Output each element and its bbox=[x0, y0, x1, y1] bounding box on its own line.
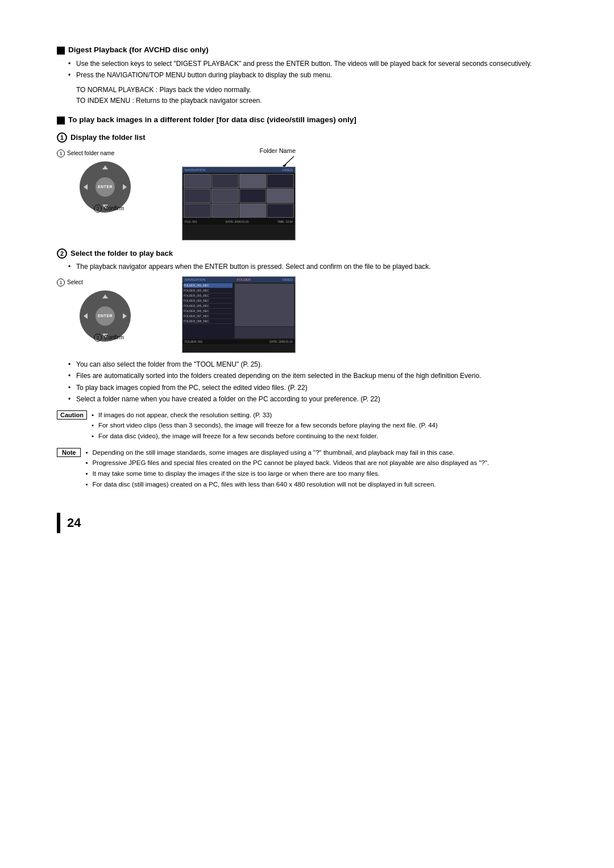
black-square-icon bbox=[57, 47, 65, 55]
step2-sub2-label: 2 Confirm bbox=[94, 334, 124, 342]
black-square-icon-2 bbox=[57, 117, 65, 124]
digest-playback-bullets: Use the selection keys to select "DIGEST… bbox=[68, 59, 569, 81]
note-label: Note bbox=[57, 448, 81, 457]
screen1-header: NAVIGATION VIDEO bbox=[182, 167, 295, 173]
screen2-header: NAVIGATION FOLDER VIDEO bbox=[182, 277, 295, 283]
thumb bbox=[267, 174, 294, 188]
step1-sub2-label: 2 Confirm bbox=[94, 205, 124, 213]
page-content: Digest Playback (for AVCHD disc only) Us… bbox=[57, 45, 569, 533]
thumb bbox=[184, 174, 211, 188]
thumb bbox=[211, 174, 239, 188]
folder-row: FOLDER_007_REC bbox=[184, 314, 233, 319]
folder-row: FOLDER_006_REC bbox=[184, 309, 233, 314]
screen1-thumbs bbox=[182, 173, 295, 219]
screen2-bottom: FOLDER: 001 DATE: 2008.01.01 bbox=[182, 339, 295, 344]
step1-heading: 1 Display the folder list bbox=[57, 132, 569, 143]
step1-screen: NAVIGATION VIDEO bbox=[182, 167, 296, 240]
step2-screenshot-area: NAVIGATION FOLDER VIDEO FOLDER_001_REC F… bbox=[182, 276, 296, 353]
step1-dpad-area: 1 Select folder name bbox=[57, 147, 154, 213]
digest-playback-heading: Digest Playback (for AVCHD disc only) bbox=[57, 45, 569, 55]
folder-row: FOLDER_001_REC bbox=[184, 283, 233, 288]
svg-line-0 bbox=[284, 156, 294, 165]
different-folder-heading: To play back images in a different folde… bbox=[57, 115, 569, 124]
digest-playback-title: Digest Playback (for AVCHD disc only) bbox=[68, 45, 209, 54]
step1-diagram: 1 Select folder name bbox=[57, 147, 171, 213]
caution-label: Caution bbox=[57, 410, 87, 420]
general-bullets-list: You can also select the folder from the … bbox=[68, 360, 569, 405]
bullet-item: Press the NAVIGATION/TOP MENU button dur… bbox=[68, 70, 569, 80]
step2-circle: 2 bbox=[57, 248, 67, 259]
general-bullet: Files are automatically sorted into the … bbox=[68, 371, 569, 381]
caution-item: • For short video clips (less than 3 sec… bbox=[92, 421, 438, 430]
screen2-folder-list: FOLDER_001_REC FOLDER_002_REC FOLDER_003… bbox=[182, 283, 234, 339]
note-item: • For data disc (still images) created o… bbox=[85, 480, 489, 489]
screen2-content: FOLDER_001_REC FOLDER_002_REC FOLDER_003… bbox=[182, 283, 295, 339]
dpad-enter-button-2: ENTER bbox=[96, 306, 115, 326]
thumb bbox=[211, 189, 239, 203]
note-item: • It may take some time to display the i… bbox=[85, 469, 489, 479]
screen2-preview bbox=[234, 283, 295, 339]
different-folder-title: To play back images in a different folde… bbox=[68, 115, 356, 124]
dpad-up-arrow-2 bbox=[102, 294, 108, 298]
step2-diagram: 1 Select ENTER bbox=[57, 276, 171, 342]
screen1-bottom: FILE: 001 DATE: 2008.01.01 TIME: 12:00 bbox=[182, 219, 295, 225]
folder-row: FOLDER_003_REC bbox=[184, 293, 233, 298]
step2-bullet: The playback navigator appears when the … bbox=[68, 262, 569, 272]
caution-item: • For data disc (video), the image will … bbox=[92, 431, 438, 441]
page-number-area: 24 bbox=[57, 513, 569, 533]
folder-row: FOLDER_008_REC bbox=[184, 319, 233, 324]
folder-row: FOLDER_005_REC bbox=[184, 304, 233, 309]
caution-item: • If images do not appear, check the res… bbox=[92, 410, 438, 420]
note-item: • Depending on the still image standards… bbox=[85, 448, 489, 458]
general-bullet: You can also select the folder from the … bbox=[68, 360, 569, 369]
caution-box: Caution • If images do not appear, check… bbox=[57, 410, 569, 442]
dpad-up-arrow bbox=[102, 165, 108, 169]
dpad-right-arrow bbox=[123, 184, 127, 190]
preview-thumb-2 bbox=[235, 327, 294, 338]
folder-name-label: Folder Name bbox=[259, 147, 296, 154]
note-box: Note • Depending on the still image stan… bbox=[57, 448, 569, 491]
thumb bbox=[184, 203, 211, 218]
preview-thumb bbox=[235, 284, 294, 326]
step1-title: Display the folder list bbox=[70, 133, 145, 142]
dpad-right-arrow-2 bbox=[123, 313, 127, 319]
dpad-left-arrow-2 bbox=[84, 313, 88, 319]
dpad-left-arrow bbox=[84, 184, 88, 190]
note-item: • Progressive JPEG files and special fil… bbox=[85, 458, 489, 468]
folder-arrow-icon bbox=[280, 155, 297, 167]
thumb bbox=[184, 189, 211, 203]
step1-content: 1 Select folder name bbox=[57, 147, 569, 240]
step2-screen: NAVIGATION FOLDER VIDEO FOLDER_001_REC F… bbox=[182, 276, 296, 353]
step2-dpad-area: 1 Select ENTER bbox=[57, 276, 154, 342]
step1-screenshot-area: Folder Name NAVIGATION VIDEO bbox=[182, 147, 296, 240]
step2-heading: 2 Select the folder to play back bbox=[57, 248, 569, 259]
thumb bbox=[239, 174, 267, 188]
step2-title: Select the folder to play back bbox=[70, 249, 173, 258]
thumb bbox=[239, 203, 267, 218]
thumb bbox=[211, 203, 239, 218]
thumb bbox=[267, 203, 294, 218]
indent-index-menu: TO INDEX MENU : Returns to the playback … bbox=[76, 96, 569, 106]
general-bullet: To play back images copied from the PC, … bbox=[68, 383, 569, 393]
step2-content: 1 Select ENTER bbox=[57, 276, 569, 353]
note-items: • Depending on the still image standards… bbox=[85, 448, 489, 491]
general-bullet: Select a folder name when you have creat… bbox=[68, 394, 569, 404]
indent-normal-playback: TO NORMAL PLAYBACK : Plays back the vide… bbox=[76, 85, 569, 95]
bullet-item: Use the selection keys to select "DIGEST… bbox=[68, 59, 569, 69]
step2-sub1-label: 1 Select bbox=[57, 279, 83, 286]
step1-sub1-label: 1 Select folder name bbox=[57, 149, 114, 157]
step1-circle: 1 bbox=[57, 132, 67, 143]
folder-name-arrow bbox=[280, 155, 296, 167]
thumb bbox=[239, 189, 267, 203]
page-bar bbox=[57, 513, 60, 533]
thumb bbox=[267, 189, 294, 203]
folder-name-wrapper: Folder Name bbox=[182, 147, 296, 167]
page-number: 24 bbox=[67, 516, 81, 530]
caution-items: • If images do not appear, check the res… bbox=[92, 410, 438, 442]
folder-row: FOLDER_002_REC bbox=[184, 288, 233, 293]
step2-bullets: The playback navigator appears when the … bbox=[68, 262, 569, 272]
folder-row: FOLDER_004_REC bbox=[184, 298, 233, 304]
dpad-enter-button: ENTER bbox=[96, 177, 115, 197]
